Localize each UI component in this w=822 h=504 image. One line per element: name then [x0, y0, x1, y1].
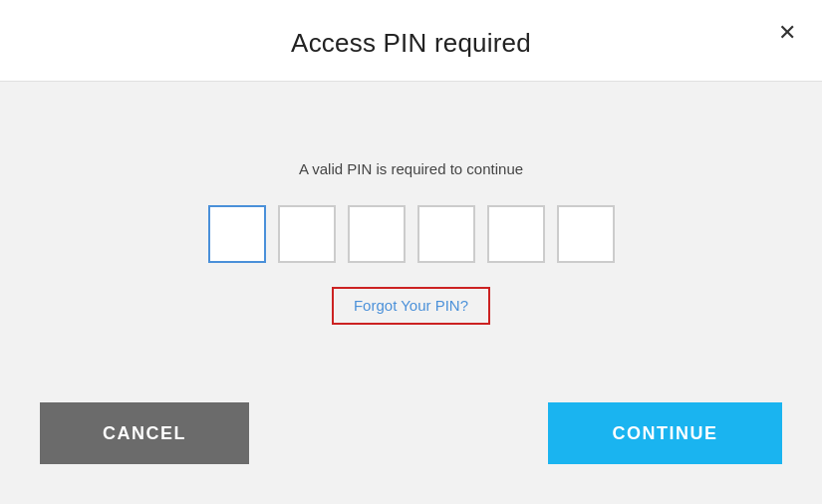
subtitle-text: A valid PIN is required to continue: [299, 160, 523, 177]
continue-button[interactable]: CONTINUE: [548, 402, 782, 464]
dialog-header: Access PIN required ✕: [0, 0, 822, 82]
access-pin-dialog: Access PIN required ✕ A valid PIN is req…: [0, 0, 822, 504]
dialog-title: Access PIN required: [20, 28, 802, 59]
forgot-pin-button[interactable]: Forgot Your PIN?: [354, 297, 468, 314]
dialog-body: A valid PIN is required to continue Forg…: [0, 82, 822, 402]
forgot-pin-wrapper: Forgot Your PIN?: [332, 287, 490, 325]
dialog-footer: CANCEL CONTINUE: [0, 402, 822, 504]
pin-input-2[interactable]: [278, 205, 336, 263]
pin-input-4[interactable]: [417, 205, 475, 263]
pin-input-6[interactable]: [557, 205, 615, 263]
pin-input-5[interactable]: [487, 205, 545, 263]
pin-input-group: [208, 205, 615, 263]
pin-input-1[interactable]: [208, 205, 266, 263]
pin-input-3[interactable]: [348, 205, 406, 263]
cancel-button[interactable]: CANCEL: [40, 402, 249, 464]
close-button[interactable]: ✕: [774, 18, 800, 48]
